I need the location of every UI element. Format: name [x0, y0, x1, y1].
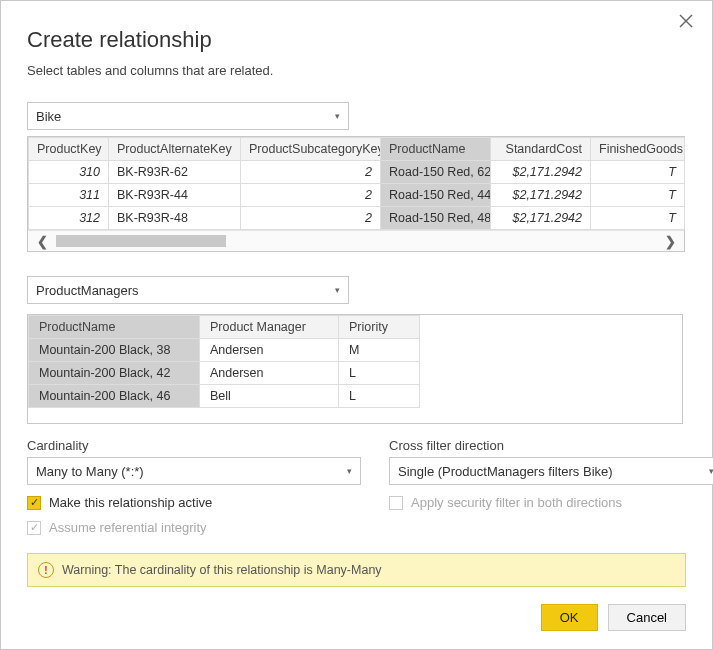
chevron-down-icon: ▾ [347, 466, 352, 476]
chevron-down-icon: ▾ [709, 466, 713, 476]
scroll-right-button[interactable]: ❯ [656, 234, 684, 249]
col-product-manager[interactable]: Product Manager [200, 316, 339, 339]
referential-checkbox: ✓ [27, 521, 41, 535]
cancel-button[interactable]: Cancel [608, 604, 686, 631]
table-b-preview: ProductName Product Manager Priority Mou… [27, 314, 683, 424]
col-productalternatekey[interactable]: ProductAlternateKey [109, 138, 241, 161]
table-a-select-value: Bike [36, 109, 61, 124]
crossfilter-value: Single (ProductManagers filters Bike) [398, 464, 613, 479]
table-a-select[interactable]: Bike ▾ [27, 102, 349, 130]
table-a-header-row: ProductKey ProductAlternateKey ProductSu… [29, 138, 685, 161]
table-row[interactable]: 312 BK-R93R-48 2 Road-150 Red, 48 $2,171… [29, 207, 685, 230]
col-standardcost[interactable]: StandardCost [491, 138, 591, 161]
col-productkey[interactable]: ProductKey [29, 138, 109, 161]
active-checkbox-label: Make this relationship active [49, 495, 212, 510]
col-productname[interactable]: ProductName [381, 138, 491, 161]
table-a-preview: ProductKey ProductAlternateKey ProductSu… [27, 136, 685, 252]
col-productname-b[interactable]: ProductName [29, 316, 200, 339]
warning-text: Warning: The cardinality of this relatio… [62, 563, 382, 577]
scroll-thumb[interactable] [56, 235, 226, 247]
dialog-title: Create relationship [27, 27, 686, 53]
table-b-header-row: ProductName Product Manager Priority [29, 316, 420, 339]
chevron-down-icon: ▾ [335, 285, 340, 295]
table-b-select[interactable]: ProductManagers ▾ [27, 276, 349, 304]
chevron-down-icon: ▾ [335, 111, 340, 121]
table-row[interactable]: 311 BK-R93R-44 2 Road-150 Red, 44 $2,171… [29, 184, 685, 207]
ok-button[interactable]: OK [541, 604, 598, 631]
securityfilter-checkbox-label: Apply security filter in both directions [411, 495, 622, 510]
scroll-left-button[interactable]: ❮ [28, 234, 56, 249]
create-relationship-dialog: Create relationship Select tables and co… [0, 0, 713, 650]
col-finishedgoodsflag[interactable]: FinishedGoodsFlag [591, 138, 685, 161]
col-productsubcategorykey[interactable]: ProductSubcategoryKey [241, 138, 381, 161]
table-a-hscrollbar[interactable]: ❮ ❯ [28, 230, 684, 251]
active-checkbox[interactable]: ✓ [27, 496, 41, 510]
warning-bar: ! Warning: The cardinality of this relat… [27, 553, 686, 587]
table-b-select-value: ProductManagers [36, 283, 139, 298]
cardinality-label: Cardinality [27, 438, 361, 453]
crossfilter-select[interactable]: Single (ProductManagers filters Bike) ▾ [389, 457, 713, 485]
dialog-subtitle: Select tables and columns that are relat… [27, 63, 686, 78]
close-icon [678, 13, 694, 29]
close-button[interactable] [678, 13, 694, 29]
cardinality-value: Many to Many (*:*) [36, 464, 144, 479]
scroll-track[interactable] [56, 234, 656, 248]
dialog-footer: OK Cancel [541, 604, 686, 631]
warning-icon: ! [38, 562, 54, 578]
securityfilter-checkbox [389, 496, 403, 510]
table-row[interactable]: Mountain-200 Black, 46 Bell L [29, 385, 420, 408]
referential-checkbox-label: Assume referential integrity [49, 520, 207, 535]
table-row[interactable]: Mountain-200 Black, 42 Andersen L [29, 362, 420, 385]
col-priority[interactable]: Priority [339, 316, 420, 339]
crossfilter-label: Cross filter direction [389, 438, 713, 453]
table-row[interactable]: 310 BK-R93R-62 2 Road-150 Red, 62 $2,171… [29, 161, 685, 184]
table-row[interactable]: Mountain-200 Black, 38 Andersen M [29, 339, 420, 362]
cardinality-select[interactable]: Many to Many (*:*) ▾ [27, 457, 361, 485]
